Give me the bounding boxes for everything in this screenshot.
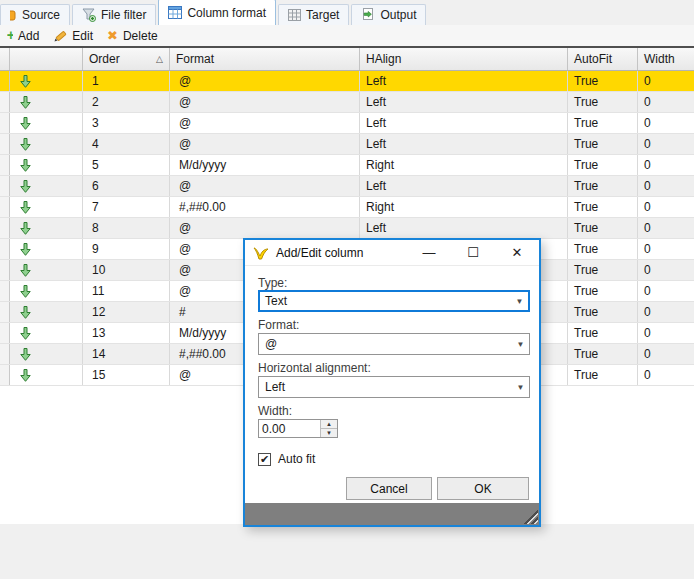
table-row[interactable]: 8@LeftTrue0 bbox=[0, 218, 694, 239]
cell-halign: Left bbox=[360, 134, 568, 154]
file-filter-icon bbox=[82, 8, 96, 22]
add-edit-column-dialog: Add/Edit column — ☐ ✕ Type: Text ▼ Forma… bbox=[243, 238, 541, 527]
type-label: Type: bbox=[258, 276, 287, 290]
table-row[interactable]: 3@LeftTrue0 bbox=[0, 113, 694, 134]
spin-up-icon[interactable]: ▲ bbox=[321, 420, 337, 429]
chevron-down-icon: ▼ bbox=[511, 297, 528, 306]
table-row[interactable]: 5M/d/yyyyRightTrue0 bbox=[0, 155, 694, 176]
cell-format: @ bbox=[170, 92, 360, 112]
tab-column-format[interactable]: Column format bbox=[158, 0, 276, 25]
cell-width: 0 bbox=[638, 155, 694, 175]
chevron-down-icon: ▼ bbox=[512, 340, 529, 349]
row-indicator bbox=[0, 344, 10, 364]
header-arrow-column bbox=[10, 48, 83, 70]
minimize-button[interactable]: — bbox=[407, 245, 451, 260]
row-indicator bbox=[0, 260, 10, 280]
cell-autofit: True bbox=[568, 197, 638, 217]
table-row[interactable]: 1@LeftTrue0 bbox=[0, 71, 694, 92]
checkmark-icon: ✔ bbox=[260, 454, 269, 465]
tab-label: Output bbox=[380, 8, 416, 22]
header-format[interactable]: Format bbox=[170, 48, 360, 70]
edit-button[interactable]: Edit bbox=[46, 25, 100, 46]
dialog-title: Add/Edit column bbox=[276, 246, 363, 260]
row-indicator bbox=[0, 134, 10, 154]
arrow-down-icon bbox=[10, 176, 83, 196]
cell-format: @ bbox=[170, 134, 360, 154]
autofit-checkbox[interactable]: ✔ bbox=[258, 453, 271, 466]
row-indicator bbox=[0, 323, 10, 343]
add-icon: + bbox=[7, 29, 13, 43]
cell-width: 0 bbox=[638, 197, 694, 217]
table-row[interactable]: 7#,##0.00RightTrue0 bbox=[0, 197, 694, 218]
maximize-button[interactable]: ☐ bbox=[451, 245, 495, 260]
cell-order: 4 bbox=[83, 134, 170, 154]
tab-output[interactable]: Output bbox=[351, 4, 426, 25]
ok-label: OK bbox=[474, 482, 491, 496]
header-format-label: Format bbox=[176, 52, 214, 66]
header-width[interactable]: Width bbox=[638, 48, 694, 70]
cell-width: 0 bbox=[638, 134, 694, 154]
app-logo-icon bbox=[253, 246, 269, 260]
cell-width: 0 bbox=[638, 176, 694, 196]
cancel-button[interactable]: Cancel bbox=[346, 477, 432, 500]
arrow-down-icon bbox=[10, 71, 83, 91]
cell-order: 6 bbox=[83, 176, 170, 196]
arrow-down-icon bbox=[10, 197, 83, 217]
target-icon bbox=[288, 9, 301, 21]
cell-order: 8 bbox=[83, 218, 170, 238]
output-icon bbox=[361, 8, 375, 22]
cell-halign: Left bbox=[360, 71, 568, 91]
width-stepper[interactable]: 0.00 ▲ ▼ bbox=[258, 419, 338, 438]
table-row[interactable]: 4@LeftTrue0 bbox=[0, 134, 694, 155]
chevron-down-icon: ▼ bbox=[512, 383, 529, 392]
cell-order: 1 bbox=[83, 71, 170, 91]
arrow-down-icon bbox=[10, 302, 83, 322]
header-autofit[interactable]: AutoFit bbox=[568, 48, 638, 70]
cell-order: 7 bbox=[83, 197, 170, 217]
cell-width: 0 bbox=[638, 92, 694, 112]
row-indicator bbox=[0, 218, 10, 238]
cell-halign: Right bbox=[360, 155, 568, 175]
tab-file-filter[interactable]: File filter bbox=[72, 4, 156, 25]
resize-grip[interactable] bbox=[523, 509, 538, 524]
header-order-label: Order bbox=[89, 52, 120, 66]
cell-autofit: True bbox=[568, 113, 638, 133]
toolbar: + Add Edit ✖ Delete bbox=[0, 25, 694, 46]
arrow-down-icon bbox=[10, 92, 83, 112]
autofit-label: Auto fit bbox=[278, 452, 315, 466]
cell-width: 0 bbox=[638, 218, 694, 238]
cell-autofit: True bbox=[568, 239, 638, 259]
cell-format: @ bbox=[170, 176, 360, 196]
width-label: Width: bbox=[258, 404, 292, 418]
type-select[interactable]: Text ▼ bbox=[258, 290, 530, 312]
arrow-down-icon bbox=[10, 365, 83, 385]
close-button[interactable]: ✕ bbox=[495, 245, 539, 260]
header-order[interactable]: Order △ bbox=[83, 48, 170, 70]
ok-button[interactable]: OK bbox=[437, 477, 529, 500]
format-select[interactable]: @ ▼ bbox=[258, 333, 530, 355]
cell-autofit: True bbox=[568, 323, 638, 343]
spin-down-icon[interactable]: ▼ bbox=[321, 429, 337, 437]
halign-select[interactable]: Left ▼ bbox=[258, 376, 530, 398]
cell-autofit: True bbox=[568, 281, 638, 301]
table-row[interactable]: 2@LeftTrue0 bbox=[0, 92, 694, 113]
grid-header: Order △ Format HAlign AutoFit Width bbox=[0, 48, 694, 71]
tab-source[interactable]: Source bbox=[0, 4, 70, 25]
cell-width: 0 bbox=[638, 344, 694, 364]
add-button[interactable]: + Add bbox=[0, 25, 46, 46]
header-halign[interactable]: HAlign bbox=[360, 48, 568, 70]
cell-order: 15 bbox=[83, 365, 170, 385]
arrow-down-icon bbox=[10, 260, 83, 280]
cell-width: 0 bbox=[638, 71, 694, 91]
dialog-titlebar[interactable]: Add/Edit column — ☐ ✕ bbox=[245, 240, 539, 266]
header-autofit-label: AutoFit bbox=[574, 52, 612, 66]
table-row[interactable]: 6@LeftTrue0 bbox=[0, 176, 694, 197]
tab-target[interactable]: Target bbox=[278, 4, 349, 25]
cell-width: 0 bbox=[638, 323, 694, 343]
cell-autofit: True bbox=[568, 365, 638, 385]
delete-button[interactable]: ✖ Delete bbox=[100, 25, 165, 46]
arrow-down-icon bbox=[10, 323, 83, 343]
cell-autofit: True bbox=[568, 176, 638, 196]
autofit-checkbox-row: ✔ Auto fit bbox=[258, 452, 315, 466]
sort-ascending-icon: △ bbox=[156, 54, 163, 64]
